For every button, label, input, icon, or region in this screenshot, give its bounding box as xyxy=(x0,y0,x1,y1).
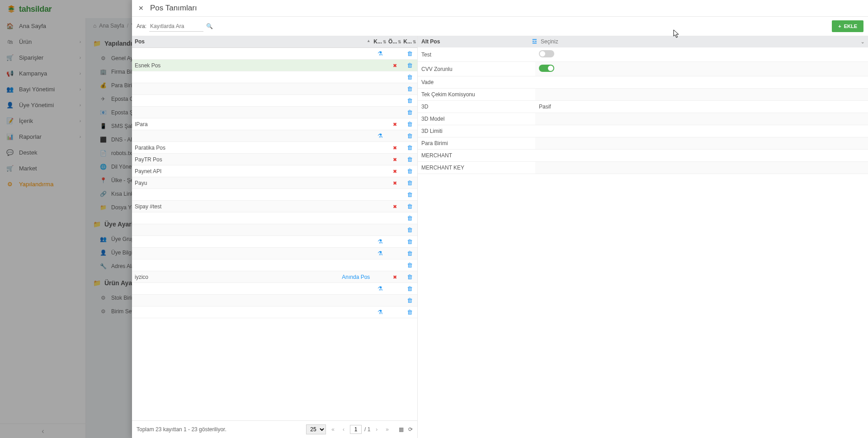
detail-row: 3DPasif xyxy=(418,101,868,113)
table-row[interactable]: Esnek Pos ✖ 🗑 xyxy=(132,60,417,71)
close-button[interactable]: ✕ xyxy=(137,4,146,13)
status-cell: ✖ xyxy=(387,177,402,189)
trash-icon[interactable]: 🗑 xyxy=(407,191,413,198)
refresh-icon[interactable]: ⟳ xyxy=(408,426,413,433)
detail-value-cell[interactable] xyxy=(535,125,868,137)
pager-prev[interactable]: ‹ xyxy=(340,425,347,433)
table-row[interactable]: PayTR Pos ✖ 🗑 xyxy=(132,154,417,165)
trash-icon[interactable]: 🗑 xyxy=(407,250,413,257)
table-row[interactable]: 🗑 xyxy=(132,224,417,236)
status-cell xyxy=(387,189,402,201)
table-row[interactable]: ⚗ 🗑 xyxy=(132,130,417,142)
detail-value-cell[interactable] xyxy=(535,113,868,125)
delete-cell: 🗑 xyxy=(402,142,417,154)
trash-icon[interactable]: 🗑 xyxy=(407,262,413,268)
trash-icon[interactable]: 🗑 xyxy=(407,50,413,57)
delete-cell: 🗑 xyxy=(402,283,417,295)
toggle-on[interactable] xyxy=(539,65,554,72)
page-size-select[interactable]: 25 xyxy=(306,424,326,434)
trash-icon[interactable]: 🗑 xyxy=(407,97,413,104)
trash-icon[interactable]: 🗑 xyxy=(407,168,413,174)
delete-cell: 🗑 xyxy=(402,130,417,142)
detail-value-cell[interactable] xyxy=(535,47,868,62)
delete-cell: 🗑 xyxy=(402,165,417,177)
detail-value-cell[interactable]: Pasif xyxy=(535,101,868,113)
table-row[interactable]: 🗑 xyxy=(132,71,417,83)
trash-icon[interactable]: 🗑 xyxy=(407,109,413,116)
table-row[interactable]: 🗑 xyxy=(132,259,417,271)
add-button[interactable]: + EKLE xyxy=(832,20,863,32)
table-row[interactable]: 🗑 xyxy=(132,295,417,306)
trash-icon[interactable]: 🗑 xyxy=(407,215,413,221)
col-k2[interactable]: K...⇅ xyxy=(402,36,417,48)
trash-icon[interactable]: 🗑 xyxy=(407,285,413,292)
detail-label: MERCHANT xyxy=(418,150,535,162)
detail-label: Para Birimi xyxy=(418,137,535,150)
detail-value-cell[interactable] xyxy=(535,62,868,76)
status-cell xyxy=(387,107,402,118)
table-row[interactable]: iyzicoAnında Pos ✖ 🗑 xyxy=(132,271,417,283)
detail-header: Alt Pos ☲ ⌄ xyxy=(418,36,868,47)
pager-next[interactable]: › xyxy=(373,425,380,433)
col-o[interactable]: Ö...⇅ xyxy=(387,36,402,48)
detail-value-cell[interactable] xyxy=(535,76,868,89)
detail-value-cell[interactable] xyxy=(535,150,868,162)
trash-icon[interactable]: 🗑 xyxy=(407,156,413,163)
pager-last[interactable]: » xyxy=(383,425,392,433)
table-row[interactable]: Payu ✖ 🗑 xyxy=(132,177,417,189)
table-row[interactable]: ⚗ 🗑 xyxy=(132,306,417,318)
detail-label: Test xyxy=(418,47,535,62)
table-row[interactable]: Paratika Pos ✖ 🗑 xyxy=(132,142,417,154)
delete-cell: 🗑 xyxy=(402,259,417,271)
stack-icon[interactable]: ☲ xyxy=(532,38,537,45)
detail-row: Vade xyxy=(418,76,868,89)
trash-icon[interactable]: 🗑 xyxy=(407,74,413,80)
pager-first[interactable]: « xyxy=(329,425,337,433)
chevron-down-icon[interactable]: ⌄ xyxy=(861,39,864,44)
delete-cell: 🗑 xyxy=(402,177,417,189)
detail-value-cell[interactable] xyxy=(535,137,868,150)
trash-icon[interactable]: 🗑 xyxy=(407,226,413,233)
flask-cell: ⚗ xyxy=(373,48,387,60)
table-row[interactable]: 🗑 xyxy=(132,212,417,224)
trash-icon[interactable]: 🗑 xyxy=(407,273,413,280)
altpos-select[interactable] xyxy=(541,38,861,45)
toggle-off[interactable] xyxy=(539,50,554,57)
table-row[interactable]: ⚗ 🗑 xyxy=(132,48,417,60)
trash-icon[interactable]: 🗑 xyxy=(407,85,413,92)
trash-icon[interactable]: 🗑 xyxy=(407,62,413,69)
trash-icon[interactable]: 🗑 xyxy=(407,121,413,127)
trash-icon[interactable]: 🗑 xyxy=(407,179,413,186)
delete-cell: 🗑 xyxy=(402,248,417,259)
table-row[interactable]: ⚗ 🗑 xyxy=(132,283,417,295)
table-row[interactable]: Paynet API ✖ 🗑 xyxy=(132,165,417,177)
col-k1[interactable]: K...⇅ xyxy=(373,36,387,48)
trash-icon[interactable]: 🗑 xyxy=(407,144,413,151)
table-row[interactable]: ⚗ 🗑 xyxy=(132,236,417,248)
grid-view-icon[interactable]: ▦ xyxy=(399,426,404,433)
trash-icon[interactable]: 🗑 xyxy=(407,238,413,245)
flask-cell xyxy=(373,142,387,154)
table-row[interactable]: 🗑 xyxy=(132,95,417,107)
detail-value-cell[interactable] xyxy=(535,89,868,101)
col-pos[interactable]: Pos▴ xyxy=(132,36,373,48)
dim-overlay[interactable] xyxy=(0,0,132,438)
trash-icon[interactable]: 🗑 xyxy=(407,132,413,139)
search-icon[interactable]: 🔍 xyxy=(206,23,213,29)
pos-name-cell: Payu xyxy=(132,177,373,189)
table-row[interactable]: IPara ✖ 🗑 xyxy=(132,118,417,130)
trash-icon[interactable]: 🗑 xyxy=(407,309,413,316)
detail-value-cell[interactable] xyxy=(535,162,868,174)
search-input[interactable] xyxy=(149,21,203,32)
table-row[interactable]: Sipay #test ✖ 🗑 xyxy=(132,201,417,212)
table-row[interactable]: 🗑 xyxy=(132,107,417,118)
flask-cell: ⚗ xyxy=(373,130,387,142)
table-row[interactable]: 🗑 xyxy=(132,189,417,201)
pager-page-input[interactable] xyxy=(350,425,362,434)
table-row[interactable]: ⚗ 🗑 xyxy=(132,248,417,259)
delete-cell: 🗑 xyxy=(402,189,417,201)
table-row[interactable]: 🗑 xyxy=(132,83,417,95)
trash-icon[interactable]: 🗑 xyxy=(407,203,413,210)
trash-icon[interactable]: 🗑 xyxy=(407,297,413,304)
pos-name-cell xyxy=(132,83,373,95)
